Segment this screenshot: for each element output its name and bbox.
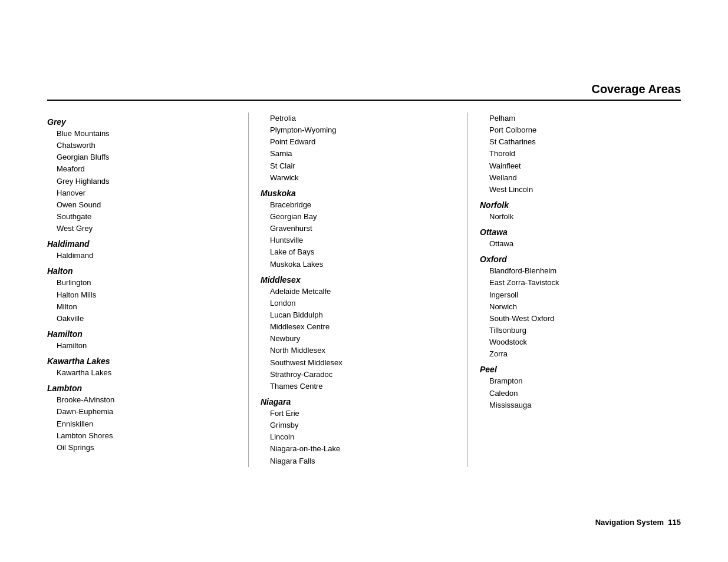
list-item: Middlesex Centre — [261, 321, 456, 333]
region-header-oxford: Oxford — [480, 254, 675, 264]
list-item: Ingersoll — [480, 289, 675, 301]
list-item: Port Colborne — [480, 124, 675, 136]
list-item: Point Edward — [261, 136, 456, 148]
list-item: Blandford-Blenheim — [480, 265, 675, 277]
list-item: North Middlesex — [261, 345, 456, 356]
list-item: Thorold — [480, 148, 675, 160]
page: Coverage Areas GreyBlue MountainsChatswo… — [0, 0, 728, 562]
footer: Navigation System 115 — [595, 518, 681, 527]
region-header-kawartha-lakes: Kawartha Lakes — [47, 356, 242, 366]
list-item: East Zorra-Tavistock — [480, 277, 675, 289]
list-item: Norfolk — [480, 211, 675, 223]
list-item: Enniskillen — [47, 418, 242, 430]
list-item: Dawn-Euphemia — [47, 406, 242, 418]
list-item: Lucan Biddulph — [261, 309, 456, 321]
col-left: GreyBlue MountainsChatsworthGeorgian Blu… — [47, 113, 248, 467]
list-item: Brampton — [480, 375, 675, 387]
list-item: Gravenhurst — [261, 223, 456, 234]
list-item: Niagara Falls — [261, 455, 456, 467]
list-item: Lincoln — [261, 431, 456, 443]
list-item: London — [261, 297, 456, 309]
footer-label: Navigation System — [595, 518, 664, 527]
list-item: Chatsworth — [47, 140, 242, 151]
list-item: Lake of Bays — [261, 246, 456, 258]
list-item: Georgian Bay — [261, 211, 456, 223]
list-item: Haldimand — [47, 250, 242, 262]
region-header-muskoka: Muskoka — [261, 189, 456, 198]
region-header-halton: Halton — [47, 266, 242, 276]
list-item: Grimsby — [261, 419, 456, 431]
list-item: Owen Sound — [47, 199, 242, 211]
list-item: Huntsville — [261, 234, 456, 246]
list-item: Oakville — [47, 313, 242, 325]
list-item: Brooke-Alvinston — [47, 394, 242, 406]
list-item: Wainfleet — [480, 160, 675, 172]
list-item: Sarnia — [261, 148, 456, 160]
page-header: Coverage Areas — [47, 0, 681, 101]
content-columns: GreyBlue MountainsChatsworthGeorgian Blu… — [47, 113, 681, 467]
list-item: South-West Oxford — [480, 313, 675, 325]
list-item: Niagara-on-the-Lake — [261, 443, 456, 455]
list-item: Warwick — [261, 172, 456, 184]
list-item: Blue Mountains — [47, 128, 242, 140]
region-header-haldimand: Haldimand — [47, 239, 242, 249]
page-title: Coverage Areas — [591, 82, 681, 95]
footer-page: 115 — [668, 518, 681, 527]
list-item: Caledon — [480, 388, 675, 399]
list-item: Welland — [480, 172, 675, 184]
list-item: West Grey — [47, 223, 242, 234]
region-header-niagara: Niagara — [261, 397, 456, 406]
list-item: St Catharines — [480, 136, 675, 148]
list-item: Pelham — [480, 113, 675, 124]
list-item: Georgian Bluffs — [47, 151, 242, 163]
list-item: Petrolia — [261, 113, 456, 124]
list-item: Hamilton — [47, 340, 242, 352]
region-header-middlesex: Middlesex — [261, 275, 456, 285]
region-header-norfolk: Norfolk — [480, 200, 675, 210]
list-item: Norwich — [480, 301, 675, 313]
list-item: Fort Erie — [261, 408, 456, 419]
list-item: Kawartha Lakes — [47, 367, 242, 379]
list-item: Lambton Shores — [47, 430, 242, 442]
list-item: Tillsonburg — [480, 325, 675, 336]
list-item: Strathroy-Caradoc — [261, 369, 456, 381]
region-header-hamilton: Hamilton — [47, 329, 242, 339]
list-item: Halton Mills — [47, 289, 242, 301]
list-item: Thames Centre — [261, 381, 456, 392]
list-item: Mississauga — [480, 399, 675, 411]
list-item: West Lincoln — [480, 184, 675, 196]
list-item: Hanover — [47, 187, 242, 199]
list-item: St Clair — [261, 160, 456, 172]
col-middle: PetroliaPlympton-WyomingPoint EdwardSarn… — [248, 113, 468, 467]
list-item: Zorra — [480, 348, 675, 360]
list-item: Plympton-Wyoming — [261, 124, 456, 136]
list-item: Milton — [47, 301, 242, 313]
region-header-peel: Peel — [480, 365, 675, 374]
list-item: Oil Springs — [47, 442, 242, 454]
list-item: Ottawa — [480, 238, 675, 250]
list-item: Adelaide Metcalfe — [261, 286, 456, 297]
list-item: Southgate — [47, 211, 242, 223]
region-header-ottawa: Ottawa — [480, 227, 675, 237]
region-header-lambton: Lambton — [47, 384, 242, 393]
list-item: Southwest Middlesex — [261, 357, 456, 369]
list-item: Grey Highlands — [47, 176, 242, 187]
list-item: Burlington — [47, 277, 242, 289]
list-item: Muskoka Lakes — [261, 259, 456, 270]
list-item: Newbury — [261, 333, 456, 345]
list-item: Woodstock — [480, 336, 675, 348]
list-item: Bracebridge — [261, 199, 456, 211]
col-right: PelhamPort ColborneSt CatharinesThoroldW… — [468, 113, 681, 467]
list-item: Meaford — [47, 163, 242, 175]
region-header-grey: Grey — [47, 117, 242, 127]
